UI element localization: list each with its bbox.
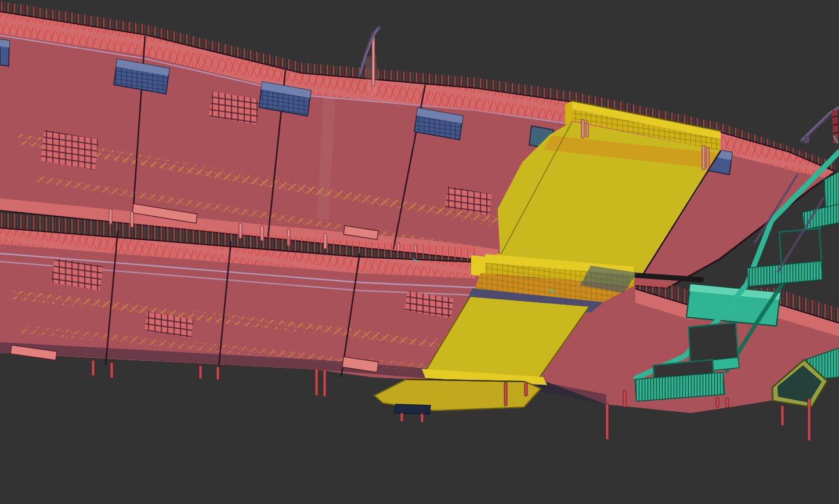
dowel[interactable]: [716, 397, 719, 407]
far-highlight-cap-end: [565, 101, 572, 125]
blockout-box[interactable]: [0, 39, 9, 66]
rod-stub: [804, 136, 809, 143]
dowel[interactable]: [199, 365, 202, 379]
dowel[interactable]: [323, 369, 326, 397]
rod: [707, 147, 709, 169]
rod: [581, 119, 584, 138]
viewport[interactable]: [0, 0, 839, 504]
dowel[interactable]: [525, 383, 527, 396]
dowel[interactable]: [808, 398, 811, 441]
dowel[interactable]: [726, 398, 729, 408]
dowel[interactable]: [110, 362, 113, 378]
dowel[interactable]: [504, 382, 507, 406]
dowel[interactable]: [623, 390, 626, 407]
blockout-top: [0, 39, 9, 48]
dowel[interactable]: [315, 368, 318, 396]
dowel[interactable]: [92, 360, 95, 376]
dowel[interactable]: [606, 403, 609, 440]
dowel[interactable]: [400, 413, 403, 422]
dowel[interactable]: [216, 367, 219, 380]
dowel[interactable]: [781, 405, 784, 426]
wing-blockout-box[interactable]: [395, 404, 431, 414]
viewport-canvas[interactable]: [0, 0, 839, 504]
rod: [702, 146, 705, 170]
dowel[interactable]: [421, 414, 424, 422]
rod: [586, 122, 588, 137]
